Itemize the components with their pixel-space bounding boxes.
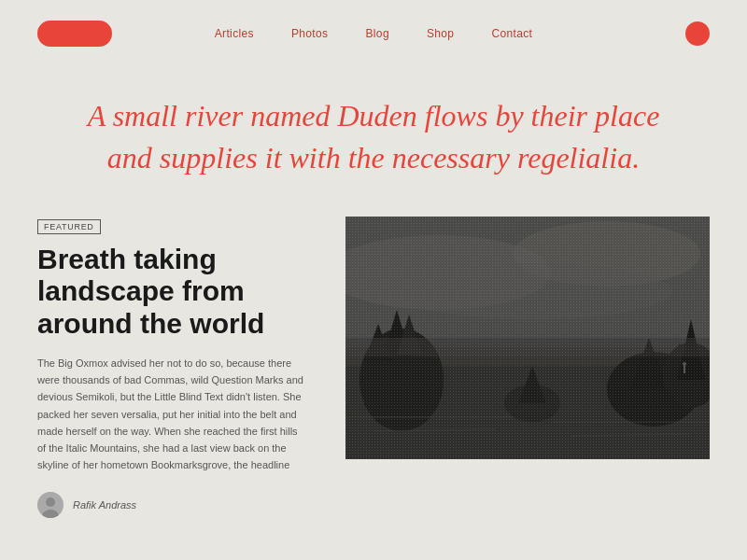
- article-body: The Big Oxmox advised her not to do so, …: [37, 355, 308, 473]
- article-image: [345, 217, 710, 459]
- svg-point-7: [392, 263, 672, 319]
- svg-point-1: [46, 497, 55, 507]
- nav-articles[interactable]: Articles: [215, 27, 254, 40]
- author-row: Rafik Andrass: [37, 492, 308, 518]
- main-nav: Articles Photos Blog Shop Contact: [215, 27, 533, 40]
- author-name: Rafik Andrass: [73, 499, 136, 511]
- nav-contact[interactable]: Contact: [491, 27, 532, 40]
- author-avatar: [37, 492, 63, 518]
- svg-rect-28: [345, 338, 710, 357]
- article-left: FEATURED Breath taking landscape from ar…: [37, 217, 308, 518]
- header: Articles Photos Blog Shop Contact: [0, 0, 747, 67]
- nav-shop[interactable]: Shop: [427, 27, 454, 40]
- hero-section: A small river named Duden flows by their…: [0, 67, 747, 217]
- logo-pill[interactable]: [37, 21, 112, 47]
- content-section: FEATURED Breath taking landscape from ar…: [0, 217, 747, 518]
- article-title: Breath taking landscape from around the …: [37, 244, 308, 341]
- svg-rect-26: [684, 366, 685, 373]
- featured-badge: FEATURED: [37, 219, 101, 234]
- nav-blog[interactable]: Blog: [365, 27, 388, 40]
- hero-text: A small river named Duden flows by their…: [75, 95, 672, 179]
- screen: Articles Photos Blog Shop Contact A smal…: [0, 0, 747, 560]
- svg-point-27: [683, 362, 686, 366]
- landscape-svg: [345, 217, 710, 459]
- nav-photos[interactable]: Photos: [291, 27, 329, 40]
- header-dot[interactable]: [685, 21, 710, 46]
